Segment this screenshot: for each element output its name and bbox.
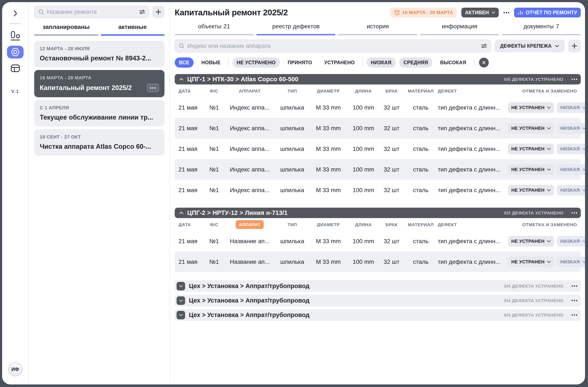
cell-mark: НЕ УСТРАНЕННИЗКАЯ xyxy=(508,102,585,113)
filter-chip-high[interactable]: ВЫСОКАЯ xyxy=(436,57,470,68)
defect-category-dropdown[interactable]: ДЕФЕКТЫ КРЕПЕЖА xyxy=(495,40,565,52)
chevron-down-icon xyxy=(582,261,585,263)
bar-chart-icon xyxy=(518,10,523,15)
tab-count: 21 xyxy=(224,23,230,30)
chevron-down-icon xyxy=(582,189,585,191)
table-layout-nav-button[interactable] xyxy=(7,62,23,75)
severity-dropdown[interactable]: НИЗКАЯ xyxy=(557,144,585,154)
repairs-nav-button[interactable] xyxy=(7,46,23,59)
sidebar-expand-button[interactable] xyxy=(13,9,18,18)
status-dropdown[interactable]: НЕ УСТРАНЕН xyxy=(508,102,554,113)
tab-defects-registry[interactable]: реестр дефектов xyxy=(256,23,335,35)
repair-card-dates: С 1 АПРЕЛЯ xyxy=(40,105,159,111)
status-dropdown[interactable]: НЕ УСТРАНЕН xyxy=(508,236,554,247)
filter-chip-low[interactable]: НИЗКАЯ xyxy=(367,57,396,68)
sliders-icon xyxy=(139,9,145,15)
severity-dropdown[interactable]: НИЗКАЯ xyxy=(557,123,585,134)
status-dropdown[interactable]: НЕ УСТРАНЕН xyxy=(508,257,554,267)
tab-label: объекты 21 xyxy=(198,23,230,30)
cell-defect: тип дефекта с длинн... xyxy=(438,258,508,265)
repairs-tab-planned[interactable]: запланированы xyxy=(34,24,98,36)
group-menu-button[interactable] xyxy=(570,299,578,302)
add-repair-button[interactable] xyxy=(152,6,165,18)
status-dropdown[interactable]: НЕ УСТРАНЕН xyxy=(508,185,554,196)
repair-report-button[interactable]: ОТЧЁТ ПО РЕМОНТУ xyxy=(514,8,581,18)
filter-chip-fixed[interactable]: УСТРАНЕНО xyxy=(320,57,359,68)
repair-card[interactable]: 16 МАРТА - 28 МАРТАКапитальный ремонт 20… xyxy=(34,70,165,97)
filter-chip-medium[interactable]: СРЕДНЯЯ xyxy=(399,57,432,68)
collapse-group-icon xyxy=(179,78,183,80)
repairs-tab-active[interactable]: активные xyxy=(101,24,165,36)
severity-dropdown[interactable]: НИЗКАЯ xyxy=(557,236,585,247)
expand-group-button[interactable] xyxy=(177,296,185,305)
severity-dropdown[interactable]: НИЗКАЯ xyxy=(557,102,585,113)
group-menu-button[interactable] xyxy=(570,211,578,214)
column-header-material: МАТЕРИАЛ xyxy=(404,89,438,94)
cell-type: шпилька xyxy=(275,238,309,245)
stats-nav-button[interactable] xyxy=(7,30,23,42)
collapsed-group-bar[interactable]: Цех > Установка > Аппрат/трубопровод0/4 … xyxy=(175,309,581,321)
severity-dropdown[interactable]: НИЗКАЯ xyxy=(557,257,585,267)
filter-chip-all[interactable]: ВСЕ xyxy=(175,57,194,68)
repair-card-menu-button[interactable] xyxy=(147,84,159,92)
more-dots-icon xyxy=(571,285,577,287)
repair-more-button[interactable] xyxy=(504,12,509,13)
collapsed-group-bar[interactable]: Цех > Установка > Аппрат/трубопровод0/4 … xyxy=(175,295,581,306)
filter-chip-new[interactable]: НОВЫЕ xyxy=(197,57,225,68)
repair-card[interactable]: 18 СЕНТ - 27 ОКТЧистка аппарата Atlas Co… xyxy=(34,129,165,156)
defect-group: ЦПГ-2 > НРТУ-12 > Линия н-713/10/2 ДЕФЕК… xyxy=(175,208,581,272)
chevron-down-icon xyxy=(547,261,551,263)
cell-fs: №1 xyxy=(204,104,224,111)
severity-dropdown[interactable]: НИЗКАЯ xyxy=(557,185,585,196)
apparatus-search-input[interactable] xyxy=(188,43,478,49)
expand-group-button[interactable] xyxy=(177,311,185,319)
group-menu-button[interactable] xyxy=(570,313,578,317)
defect-row: 21 мая№1Индекс аппа...шпилькаM 33 mm100 … xyxy=(175,118,581,138)
clear-filters-button[interactable] xyxy=(479,58,489,68)
cell-fs: №1 xyxy=(204,187,224,194)
status-dropdown[interactable]: НЕ УСТРАНЕН xyxy=(508,164,554,175)
status-dropdown[interactable]: НЕ УСТРАНЕН xyxy=(508,144,554,154)
table-header-row: ДАТАФ/САППАРАТТИПДИАМЕТРДЛИНАБРАКМАТЕРИА… xyxy=(175,219,581,231)
repair-search-input[interactable] xyxy=(47,9,136,15)
filter-chip-accepted[interactable]: ПРИНЯТО xyxy=(283,57,316,68)
repair-card-title: Чистка аппарата Atlas Copco 60-... xyxy=(40,143,159,150)
severity-dropdown[interactable]: НИЗКАЯ xyxy=(557,164,585,175)
tab-documents[interactable]: документы 7 xyxy=(502,23,581,35)
cell-mark: НЕ УСТРАНЕННИЗКАЯ xyxy=(508,164,585,175)
chips-divider xyxy=(474,58,475,67)
filter-chip-not-fixed[interactable]: НЕ УСТРАНЕНО xyxy=(232,57,280,68)
add-defect-button[interactable] xyxy=(568,40,581,52)
group-title: ЦПГ-1 > НТК-30 > Atlas Copco 60-500 xyxy=(187,76,500,83)
tab-label: реестр дефектов xyxy=(272,23,320,30)
collapsed-group-bar[interactable]: Цех > Установка > Аппрат/трубопровод0/4 … xyxy=(175,280,581,292)
group-menu-button[interactable] xyxy=(570,78,578,81)
repair-card[interactable]: С 1 АПРЕЛЯТекущее обслуживание линии тр.… xyxy=(34,100,165,126)
tab-information[interactable]: информация xyxy=(420,23,499,35)
cell-diameter: M 33 mm xyxy=(309,187,347,194)
repair-card[interactable]: 12 МАРТА - 28 ИЮЛЯОстановочный ремонт № … xyxy=(34,41,165,67)
tab-objects[interactable]: объекты 21 xyxy=(175,23,253,35)
cell-length: 100 mm xyxy=(347,104,379,111)
apparatus-search-filter-button[interactable] xyxy=(481,43,487,49)
defect-row: 21 мая№1Название ап...шпилькаM 33 mm100 … xyxy=(175,231,581,251)
group-progress: 0/2 ДЕФЕКТА УСТРАНЕНО xyxy=(504,210,563,216)
cell-mark: НЕ УСТРАНЕННИЗКАЯ xyxy=(508,236,585,247)
group-header-bar[interactable]: ЦПГ-2 > НРТУ-12 > Линия н-713/10/2 ДЕФЕК… xyxy=(175,208,581,218)
cell-mark: НЕ УСТРАНЕННИЗКАЯ xyxy=(508,144,585,154)
status-dropdown[interactable]: НЕ УСТРАНЕН xyxy=(508,123,554,134)
group-header-bar[interactable]: ЦПГ-1 > НТК-30 > Atlas Copco 60-5000/5 Д… xyxy=(175,74,581,85)
group-menu-button[interactable] xyxy=(570,284,578,288)
tab-underline xyxy=(175,34,253,35)
status-dropdown-button[interactable]: АКТИВЕН xyxy=(461,8,499,18)
expand-group-button[interactable] xyxy=(177,282,185,290)
defect-row: 21 мая№1Индекс аппа...шпилькаM 33 mm100 … xyxy=(175,180,581,200)
chevron-down-icon xyxy=(547,107,551,109)
sliders-icon xyxy=(481,43,487,49)
tab-history[interactable]: история xyxy=(338,23,417,35)
cell-diameter: M 33 mm xyxy=(309,125,347,132)
repair-search-filter-button[interactable] xyxy=(139,9,145,15)
cell-apparatus: Индекс аппа... xyxy=(224,187,275,194)
user-avatar[interactable]: ИФ xyxy=(8,362,22,376)
group-title: Цех > Установка > Аппрат/трубопровод xyxy=(189,297,500,304)
